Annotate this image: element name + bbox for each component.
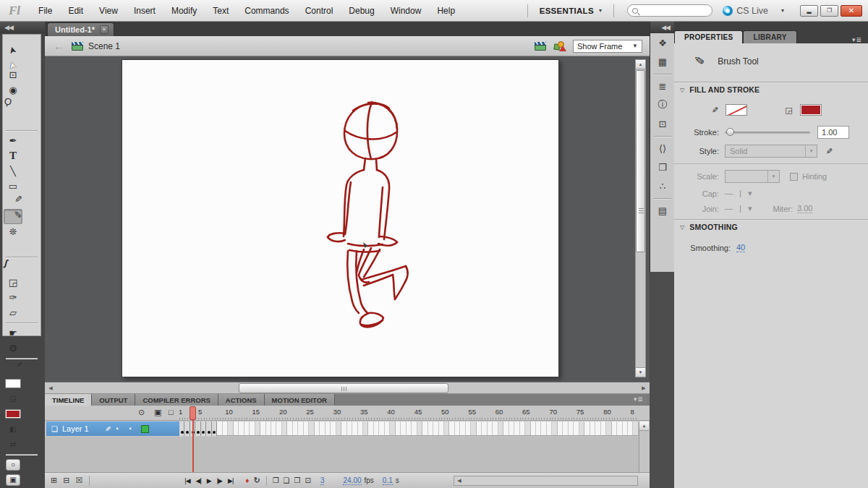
stroke-color-swatch[interactable] [726, 104, 747, 116]
keyframe-cell[interactable] [179, 421, 184, 436]
default-colors-button[interactable]: ◧ [4, 421, 22, 437]
pen-tool[interactable]: ✒ [4, 133, 22, 148]
tab-properties[interactable]: PROPERTIES [674, 30, 743, 43]
go-to-first-frame-button[interactable]: |◀ [182, 477, 192, 484]
lock-fill-toggle[interactable]: ▣ [4, 472, 22, 487]
layer-1-row[interactable]: ❏ Layer 1 ✎ • • [46, 421, 179, 436]
onion-skin-button[interactable]: ❐ [271, 476, 281, 484]
lock-layers-icon[interactable]: ▣ [154, 408, 161, 417]
stage-vertical-scrollbar[interactable]: ▲ ▼ [635, 59, 646, 377]
stroke-style-select[interactable]: Solid ▾ [725, 145, 817, 158]
onion-skin-outlines-button[interactable]: ❑ [281, 476, 292, 484]
color-panel-icon[interactable]: ❖ [650, 33, 675, 52]
scroll-up-arrow[interactable]: ▲ [636, 60, 645, 69]
new-folder-button[interactable]: ⊟ [60, 476, 72, 485]
stroke-weight-slider[interactable] [725, 132, 810, 134]
go-to-last-frame-button[interactable]: ▶| [225, 477, 236, 484]
smoothing-value[interactable]: 40 [736, 243, 745, 252]
layer-outline-color-chip[interactable] [141, 425, 149, 433]
timeline-tab[interactable]: COMPILER ERRORS [135, 394, 218, 406]
minimize-button[interactable]: ▂ [800, 5, 818, 17]
play-button[interactable]: ▶ [204, 477, 214, 484]
panel-menu-icon[interactable]: ▾≣ [846, 36, 868, 43]
rectangle-tool[interactable]: ▭ [4, 179, 22, 194]
modify-markers-button[interactable]: ⊡ [303, 476, 313, 484]
stage-canvas[interactable] [122, 59, 559, 377]
keyframe-cell[interactable] [206, 421, 211, 436]
eraser-tool[interactable]: ▱ [4, 305, 22, 320]
cs-live-button[interactable]: CS Live [720, 6, 771, 16]
panel-menu-icon[interactable]: ▾≣ [628, 395, 650, 403]
eyedropper-tool[interactable]: ✑ [4, 290, 22, 305]
frames-horizontal-scrollbar[interactable]: ◀ [454, 476, 638, 486]
components-panel-icon[interactable]: ❒ [650, 158, 675, 176]
menu-item[interactable]: Edit [60, 0, 91, 22]
stage-horizontal-scrollbar[interactable]: ◀ ▶ [45, 382, 650, 394]
swap-colors-button[interactable]: ⇄ [4, 437, 22, 452]
stroke-color-icon[interactable]: ✎ [4, 361, 22, 376]
fill-color-icon[interactable]: ◲ [4, 391, 22, 406]
scrollbar-thumb[interactable] [636, 70, 645, 252]
info-panel-icon[interactable]: ⓘ [650, 95, 675, 114]
new-layer-button[interactable]: ⊞ [48, 476, 60, 485]
lasso-tool[interactable]: Ϙ [2, 95, 25, 115]
menu-item[interactable]: Control [297, 0, 341, 22]
scroll-left-arrow[interactable]: ◀ [46, 383, 56, 393]
scrollbar-thumb[interactable] [239, 383, 448, 393]
edit-symbols-button[interactable] [553, 41, 566, 51]
edit-scene-button[interactable] [535, 42, 546, 51]
stroke-color-swatch[interactable] [4, 376, 22, 391]
smoothing-section-header[interactable]: ▽ SMOOTHING [674, 219, 868, 234]
menu-item[interactable]: Debug [341, 0, 382, 22]
fill-color-swatch[interactable] [4, 406, 22, 421]
keyframe-cell[interactable] [212, 421, 217, 436]
slider-thumb[interactable] [726, 128, 734, 136]
scroll-up-arrow[interactable]: ▲ [639, 421, 649, 431]
step-forward-button[interactable]: |▶ [214, 477, 225, 484]
workspace-switcher[interactable]: ESSENTIALS ▾ [534, 4, 608, 17]
stage-zoom-select[interactable]: Show Frame ▼ [573, 40, 642, 53]
current-frame-value[interactable]: 3 [320, 476, 325, 485]
keyframe-cell[interactable] [195, 421, 200, 436]
playhead[interactable] [190, 406, 196, 420]
back-arrow-icon[interactable]: ← [45, 40, 72, 52]
free-transform-tool[interactable]: ⊡ [4, 67, 22, 82]
hand-tool[interactable]: ☛ [4, 325, 22, 341]
scroll-right-arrow[interactable]: ▶ [639, 383, 649, 393]
delete-layer-button[interactable]: ☒ [72, 476, 85, 485]
align-panel-icon[interactable]: ≣ [650, 77, 675, 95]
layer-visibility-dot[interactable]: • [111, 425, 124, 432]
menu-item[interactable]: Help [429, 0, 463, 22]
timeline-vertical-scrollbar[interactable]: ▲ [639, 421, 650, 472]
menu-item[interactable]: View [91, 0, 126, 22]
menu-item[interactable]: Window [383, 0, 430, 22]
line-tool[interactable]: ╲ [4, 163, 22, 179]
scroll-left-arrow[interactable]: ◀ [454, 476, 464, 485]
code-snippets-panel-icon[interactable]: ⟨⟩ [650, 139, 675, 158]
show-hide-layers-icon[interactable]: ⊙ [138, 408, 145, 417]
join-select[interactable]: — | ▾ [725, 204, 754, 213]
miter-value[interactable]: 3.00 [797, 204, 812, 213]
search-input[interactable] [641, 7, 703, 15]
elapsed-time-value[interactable]: 0.1 [383, 476, 393, 485]
tab-library[interactable]: LIBRARY [743, 30, 796, 43]
layer-lock-dot[interactable]: • [124, 425, 137, 432]
step-back-button[interactable]: ◀| [193, 477, 204, 484]
stroke-weight-input[interactable]: 1.00 [817, 126, 849, 139]
close-button[interactable]: ✕ [841, 5, 862, 17]
swatches-panel-icon[interactable]: ▦ [650, 52, 675, 71]
close-icon[interactable]: ✕ [100, 25, 109, 34]
menu-item[interactable]: Insert [126, 0, 163, 22]
deco-tool[interactable]: ❊ [4, 224, 22, 239]
frame-rate-value[interactable]: 24.00 [343, 476, 361, 485]
menu-item[interactable]: File [30, 0, 60, 22]
menu-item[interactable]: Commands [237, 0, 297, 22]
collapse-panel-button[interactable]: ◀◀ [0, 22, 45, 33]
zoom-tool[interactable]: ʘ [4, 341, 22, 356]
brush-tool[interactable]: ✐ [4, 209, 22, 224]
restore-button[interactable]: ❐ [820, 5, 838, 17]
text-tool[interactable]: T [4, 148, 22, 163]
expand-panels-button[interactable]: ◀◀ [650, 22, 674, 33]
scroll-down-arrow[interactable]: ▼ [636, 367, 645, 377]
scale-select[interactable]: ▾ [725, 170, 780, 183]
